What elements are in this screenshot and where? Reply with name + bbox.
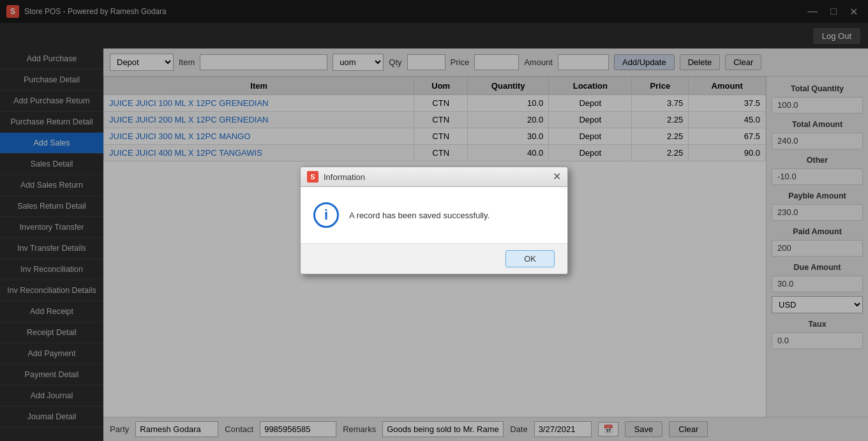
dialog-titlebar-left: S Information (307, 171, 365, 183)
information-dialog: S Information ✕ i A record has been save… (300, 167, 568, 274)
dialog-message: A record has been saved successfully. (349, 211, 490, 220)
dialog-title: Information (324, 172, 365, 182)
ok-button[interactable]: OK (505, 250, 555, 267)
dialog-overlay: S Information ✕ i A record has been save… (0, 0, 868, 441)
dialog-body: i A record has been saved successfully. (301, 187, 567, 243)
info-icon: i (313, 202, 339, 228)
dialog-logo: S (307, 171, 318, 183)
dialog-close-button[interactable]: ✕ (553, 172, 561, 182)
dialog-footer: OK (301, 243, 567, 274)
dialog-titlebar: S Information ✕ (301, 167, 567, 187)
